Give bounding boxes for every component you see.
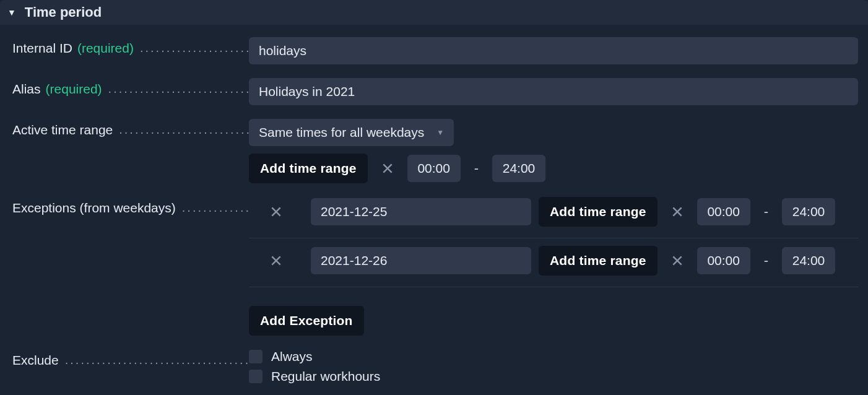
range-dash: - bbox=[758, 253, 775, 269]
time-period-panel: ▼ Time period Internal ID (required) Ali… bbox=[0, 0, 868, 395]
close-icon bbox=[671, 206, 684, 218]
row-exclude: Exclude Always Regular workhours bbox=[12, 349, 858, 389]
disclosure-triangle-icon: ▼ bbox=[7, 8, 16, 17]
close-icon bbox=[671, 254, 684, 267]
remove-exception-icon[interactable] bbox=[264, 248, 289, 273]
leader-dots bbox=[182, 201, 249, 215]
exclude-option-label: Always bbox=[271, 349, 313, 364]
leader-dots bbox=[108, 82, 249, 97]
exception-date-input[interactable] bbox=[311, 198, 531, 225]
exception-add-time-range-button[interactable]: Add time range bbox=[539, 246, 658, 276]
range-dash: - bbox=[468, 160, 485, 176]
label-exclude: Exclude bbox=[12, 349, 249, 368]
required-badge: (required) bbox=[77, 41, 134, 56]
row-alias: Alias (required) bbox=[12, 78, 858, 105]
time-from-input[interactable]: 00:00 bbox=[407, 155, 461, 182]
checkbox-icon bbox=[249, 350, 263, 363]
exception-date-input[interactable] bbox=[311, 247, 531, 274]
exception-row: Add time range 00:00 - 24:00 bbox=[249, 238, 858, 287]
time-from-input[interactable]: 00:00 bbox=[697, 247, 750, 274]
leader-dots bbox=[119, 123, 249, 137]
close-icon bbox=[270, 206, 282, 218]
active-range-controls: Add time range 00:00 - 24:00 bbox=[249, 154, 858, 183]
time-to-input[interactable]: 24:00 bbox=[782, 198, 835, 225]
row-exceptions: Exceptions (from weekdays) Add time rang… bbox=[12, 197, 858, 336]
time-to-input[interactable]: 24:00 bbox=[782, 247, 835, 274]
exclude-option-label: Regular workhours bbox=[271, 369, 380, 384]
time-from-input[interactable]: 00:00 bbox=[697, 198, 750, 225]
form-body: Internal ID (required) Alias (required) … bbox=[0, 25, 868, 395]
checkbox-icon bbox=[249, 370, 263, 383]
required-badge: (required) bbox=[46, 82, 102, 97]
time-to-input[interactable]: 24:00 bbox=[492, 155, 545, 182]
active-time-range-mode-select[interactable]: Same times for all weekdays ▼ bbox=[249, 119, 454, 146]
leader-dots bbox=[140, 41, 249, 56]
exclude-option[interactable]: Regular workhours bbox=[249, 369, 858, 384]
row-internal-id: Internal ID (required) bbox=[12, 37, 858, 64]
remove-exception-icon[interactable] bbox=[264, 199, 289, 224]
add-time-range-button[interactable]: Add time range bbox=[249, 154, 368, 183]
leader-dots bbox=[65, 353, 249, 368]
chevron-down-icon: ▼ bbox=[436, 128, 444, 137]
close-icon bbox=[270, 254, 282, 267]
remove-time-range-icon[interactable] bbox=[665, 248, 690, 273]
close-icon bbox=[381, 162, 394, 175]
remove-time-range-icon[interactable] bbox=[665, 199, 690, 224]
section-title: Time period bbox=[25, 4, 102, 20]
add-exception-button[interactable]: Add Exception bbox=[249, 306, 364, 336]
exclude-option[interactable]: Always bbox=[249, 349, 858, 364]
exception-row: Add time range 00:00 - 24:00 bbox=[249, 197, 858, 238]
range-dash: - bbox=[758, 204, 775, 220]
exception-add-time-range-button[interactable]: Add time range bbox=[539, 197, 658, 227]
label-internal-id: Internal ID (required) bbox=[12, 37, 249, 56]
row-active-time-range: Active time range Same times for all wee… bbox=[12, 119, 858, 183]
alias-input[interactable] bbox=[249, 78, 858, 105]
label-active-time-range: Active time range bbox=[12, 119, 249, 137]
label-alias: Alias (required) bbox=[12, 78, 249, 97]
internal-id-input[interactable] bbox=[249, 37, 858, 64]
section-header[interactable]: ▼ Time period bbox=[0, 0, 868, 25]
remove-time-range-icon[interactable] bbox=[375, 156, 400, 181]
label-exceptions: Exceptions (from weekdays) bbox=[12, 197, 249, 215]
